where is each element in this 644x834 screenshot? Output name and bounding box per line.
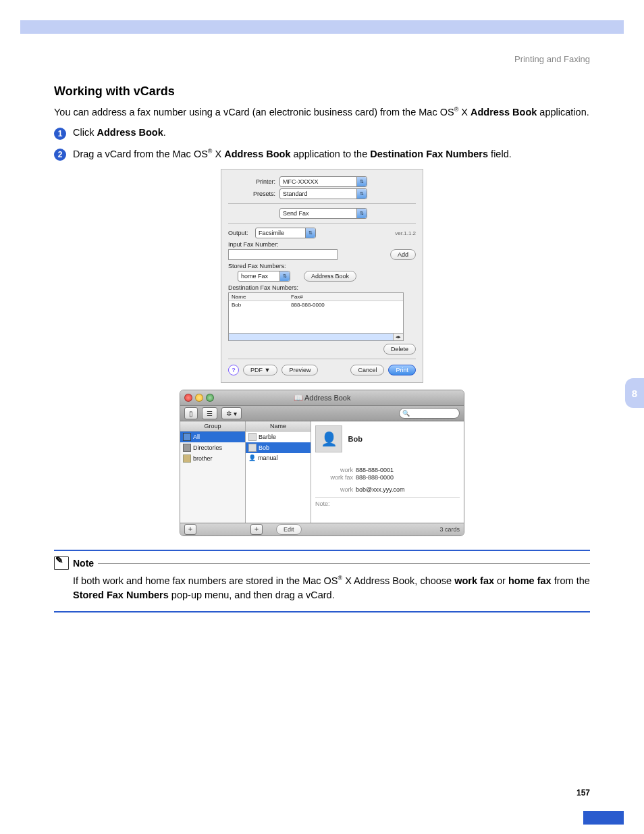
printer-select[interactable]: MFC-XXXXX⇅ [279,176,367,187]
presets-select[interactable]: Standard⇅ [279,188,367,199]
add-button[interactable]: Add [390,249,416,260]
help-button[interactable]: ? [228,365,239,375]
dropdown-arrow-icon: ⇅ [356,209,367,218]
contact-barble[interactable]: Barble [246,432,311,442]
printer-label: Printer: [228,178,279,185]
name-column: Name Barble Bob 👤manual [246,421,311,523]
section-header: Printing and Faxing [0,34,644,71]
folder-icon [183,454,191,463]
toolbar: ▯ ☰ ✲ ▾ 🔍 [180,406,464,421]
work-fax-field: work fax888-888-0000 [315,474,460,481]
dropdown-arrow-icon: ⇅ [279,271,290,281]
work-phone-field: work888-888-0001 [315,467,460,473]
dropdown-arrow-icon: ⇅ [356,189,367,199]
input-fax-label: Input Fax Number: [228,241,416,248]
output-label: Output: [228,230,255,236]
vcard-icon [248,433,257,441]
avatar: 👤 [315,425,342,452]
top-accent-bar [20,20,624,34]
window-title: 📖 Address Book [180,394,464,402]
cancel-button[interactable]: Cancel [350,365,384,375]
window-titlebar[interactable]: 📖 Address Book [180,390,464,406]
note-icon [54,556,69,570]
work-email-field: workbob@xxx.yyy.com [315,486,460,493]
dropdown-arrow-icon: ⇅ [356,177,367,186]
page-title: Working with vCards [54,84,590,99]
page-number: 157 [0,775,644,811]
print-dialog: Printer: MFC-XXXXX⇅ Presets: Standard⇅ S… [221,169,423,383]
group-all[interactable]: All [180,432,245,442]
step-number-icon: 2 [54,149,66,161]
search-icon: 🔍 [402,410,410,417]
contact-bob[interactable]: Bob [246,442,311,453]
table-row[interactable]: Bob 888-888-0000 [229,301,403,309]
stored-fax-select[interactable]: home Fax⇅ [238,271,290,282]
output-select[interactable]: Facsimile⇅ [255,228,316,238]
scrollbar[interactable] [229,333,394,340]
person-icon: 👤 [248,454,256,461]
col-fax-header: Fax# [288,293,306,301]
intro-paragraph: You can address a fax number using a vCa… [54,105,590,119]
presets-label: Presets: [228,190,279,197]
view-list-button[interactable]: ☰ [202,407,217,419]
pane-select[interactable]: Send Fax⇅ [279,208,367,219]
chapter-tab: 8 [625,378,644,408]
step-2: 2 Drag a vCard from the Mac OS® X Addres… [54,148,590,161]
col-name-header: Name [229,293,288,301]
name-header: Name [246,421,311,432]
scroll-arrows-icon[interactable]: ◂▸ [393,333,403,340]
dest-fax-label: Destination Fax Numbers: [228,284,416,291]
note-label: Note [73,558,94,569]
dropdown-arrow-icon: ⇅ [305,228,315,238]
group-column: Group All Directories brother [180,421,246,523]
step-1: 1 Click Address Book. [54,127,590,140]
card-count: 3 cards [439,526,460,533]
preview-button[interactable]: Preview [281,365,318,375]
group-brother[interactable]: brother [180,453,245,464]
detail-column: 👤 Bob work888-888-0001 work fax888-888-0… [311,421,464,523]
delete-button[interactable]: Delete [383,344,416,355]
stored-fax-label: Stored Fax Numbers: [228,263,416,269]
gear-menu-button[interactable]: ✲ ▾ [221,407,242,419]
add-contact-button[interactable]: + [250,524,263,535]
dest-fax-list[interactable]: Name Fax# Bob 888-888-0000 ◂▸ [228,292,404,341]
note-field: Note: [315,497,460,507]
contact-manual[interactable]: 👤manual [246,453,311,463]
group-header: Group [180,421,245,432]
vcard-icon [248,444,257,452]
directory-icon [183,444,191,452]
view-card-button[interactable]: ▯ [184,407,198,419]
note-block: Note If both work and home fax numbers a… [54,550,590,613]
footer-bar: + + Edit 3 cards [180,523,464,536]
step-number-icon: 1 [54,128,66,140]
version-label: ver.1.1.2 [395,230,416,236]
bottom-accent-bar [583,811,624,825]
print-button[interactable]: Print [388,365,416,375]
edit-button[interactable]: Edit [276,524,302,535]
group-directories[interactable]: Directories [180,442,245,453]
search-input[interactable]: 🔍 [399,408,460,419]
contact-name: Bob [348,435,363,443]
add-group-button[interactable]: + [184,524,196,535]
fax-number-input[interactable] [228,249,338,260]
address-book-window: 📖 Address Book ▯ ☰ ✲ ▾ 🔍 Group All Direc… [180,390,464,536]
pdf-button[interactable]: PDF ▼ [243,365,277,375]
addressbook-icon [183,433,191,441]
address-book-button[interactable]: Address Book [304,271,356,282]
